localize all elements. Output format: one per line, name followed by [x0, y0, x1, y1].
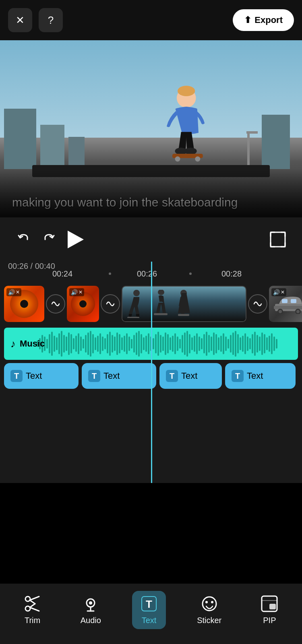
- text-tracks: T Text T Text T Text T Text: [0, 360, 302, 392]
- waveform-bar: [109, 332, 111, 356]
- video-clip-3[interactable]: 🔊 ✕: [122, 286, 246, 322]
- waveform-bar: [206, 332, 207, 356]
- export-icon: ⬆: [244, 15, 251, 25]
- waveform-bar: [133, 335, 135, 353]
- text-clip-4[interactable]: T Text: [225, 363, 296, 389]
- svg-point-12: [180, 290, 187, 296]
- svg-point-29: [89, 601, 92, 605]
- waveform-bar: [97, 336, 99, 352]
- tool-audio[interactable]: Audio: [72, 591, 109, 629]
- svg-rect-15: [274, 306, 302, 309]
- car-svg: [273, 294, 302, 314]
- help-button[interactable]: ?: [39, 8, 63, 32]
- waveform: [36, 328, 298, 360]
- waveform-bar: [99, 333, 101, 354]
- ruler-dot-2: [189, 272, 192, 275]
- controls-bar: [0, 217, 302, 262]
- waveform-bar: [78, 333, 79, 354]
- play-button[interactable]: [60, 225, 89, 254]
- waveform-bar: [211, 336, 212, 351]
- waveform-bar: [128, 336, 130, 351]
- svg-point-1: [178, 86, 195, 96]
- text-clip-label-3: Text: [181, 371, 197, 381]
- waveform-bar: [112, 335, 113, 353]
- waveform-bar: [177, 336, 178, 351]
- waveform-bar: [237, 334, 239, 353]
- waveform-bar: [87, 332, 89, 355]
- text-clip-icon-1: T: [10, 370, 23, 382]
- waveform-bar: [240, 337, 241, 350]
- waveform-bar: [162, 336, 164, 351]
- waveform-bar: [119, 334, 120, 353]
- undo-icon: [17, 232, 31, 247]
- svg-point-5: [175, 157, 180, 162]
- waveform-bar: [51, 332, 53, 356]
- redo-button[interactable]: [36, 227, 60, 252]
- text-clip-label-2: Text: [103, 371, 120, 381]
- redo-icon: [41, 232, 56, 247]
- music-label: Music: [20, 339, 45, 349]
- waveform-bar: [249, 338, 251, 349]
- waveform-bar: [254, 332, 256, 356]
- svg-point-10: [158, 290, 164, 295]
- tool-audio-label: Audio: [81, 616, 101, 625]
- skater-seq-2: [150, 290, 170, 318]
- tool-pip[interactable]: PIP: [252, 591, 286, 629]
- music-note-icon: ♪: [10, 338, 16, 350]
- waveform-bar: [63, 335, 65, 353]
- transition-3[interactable]: [248, 294, 267, 314]
- waveform-bar: [199, 336, 200, 351]
- mute-icon-2: 🔊 ✕: [69, 288, 84, 296]
- svg-text:T: T: [146, 598, 152, 610]
- waveform-bar: [172, 336, 174, 352]
- waveform-bar: [85, 335, 87, 353]
- waveform-bar: [194, 336, 195, 352]
- svg-rect-38: [269, 604, 276, 609]
- tool-sticker-label: Sticker: [197, 616, 221, 625]
- waveform-bar: [131, 339, 132, 349]
- waveform-bar: [174, 333, 176, 354]
- top-bar-left: ✕ ?: [8, 8, 63, 32]
- video-clip-4[interactable]: 🔊 ✕: [269, 286, 302, 322]
- svg-line-25: [30, 607, 39, 611]
- video-clip-2[interactable]: 🔊 ✕: [67, 286, 99, 322]
- waveform-bar: [232, 332, 234, 355]
- waveform-bar: [247, 336, 248, 351]
- music-track[interactable]: ♪ Music: [4, 328, 298, 360]
- transition-1[interactable]: [46, 294, 65, 314]
- ruler-time-3: 00:28: [221, 269, 242, 279]
- text-icon: T: [140, 595, 158, 613]
- video-clip-1[interactable]: 🔊 ✕: [4, 286, 44, 322]
- transition-2[interactable]: [101, 294, 120, 314]
- waveform-bar: [56, 337, 58, 350]
- ruler-time-1: 00:24: [52, 269, 72, 279]
- play-icon: [68, 231, 84, 248]
- waveform-bar: [155, 334, 157, 353]
- waveform-bar: [242, 336, 244, 352]
- fullscreen-button[interactable]: [266, 227, 290, 252]
- mute-icon-4: 🔊 ✕: [271, 288, 286, 296]
- svg-line-26: [30, 600, 35, 604]
- svg-rect-20: [282, 299, 288, 303]
- text-clip-label-1: Text: [26, 371, 42, 381]
- undo-button[interactable]: [12, 227, 36, 252]
- sticker-icon: [201, 595, 218, 613]
- export-button[interactable]: ⬆ Export: [233, 9, 294, 31]
- svg-point-36: [211, 601, 213, 603]
- text-clip-icon-3: T: [166, 370, 178, 382]
- waveform-bar: [83, 339, 84, 349]
- waveform-bar: [264, 334, 265, 353]
- text-clip-1[interactable]: T Text: [4, 363, 79, 389]
- close-button[interactable]: ✕: [8, 8, 32, 32]
- building-3: [68, 137, 85, 169]
- text-clip-3[interactable]: T Text: [159, 363, 222, 389]
- waveform-bar: [90, 331, 91, 357]
- tool-sticker[interactable]: Sticker: [189, 591, 230, 629]
- tool-trim[interactable]: Trim: [16, 591, 50, 629]
- bottom-toolbar: Trim Audio T Text Sticker PIP: [0, 584, 302, 644]
- time-value: 00:26 / 00:40: [8, 262, 55, 270]
- waveform-bar: [141, 334, 142, 353]
- tool-text[interactable]: T Text: [132, 591, 166, 629]
- text-clip-2[interactable]: T Text: [82, 363, 156, 389]
- waveform-bar: [218, 337, 219, 350]
